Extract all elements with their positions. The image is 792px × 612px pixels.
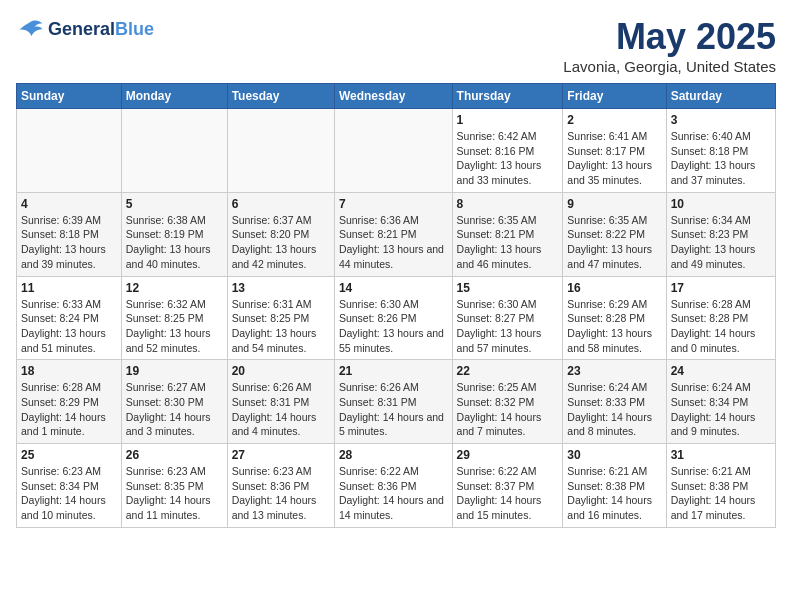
day-number: 6 <box>232 197 330 211</box>
header-row: SundayMondayTuesdayWednesdayThursdayFrid… <box>17 84 776 109</box>
week-row-4: 18Sunrise: 6:28 AM Sunset: 8:29 PM Dayli… <box>17 360 776 444</box>
calendar-cell <box>227 109 334 193</box>
calendar-cell: 29Sunrise: 6:22 AM Sunset: 8:37 PM Dayli… <box>452 444 563 528</box>
calendar-cell: 3Sunrise: 6:40 AM Sunset: 8:18 PM Daylig… <box>666 109 775 193</box>
calendar-cell: 6Sunrise: 6:37 AM Sunset: 8:20 PM Daylig… <box>227 192 334 276</box>
week-row-1: 1Sunrise: 6:42 AM Sunset: 8:16 PM Daylig… <box>17 109 776 193</box>
day-number: 28 <box>339 448 448 462</box>
header-day-monday: Monday <box>121 84 227 109</box>
day-number: 30 <box>567 448 661 462</box>
header-day-sunday: Sunday <box>17 84 122 109</box>
calendar-cell <box>121 109 227 193</box>
calendar-cell: 23Sunrise: 6:24 AM Sunset: 8:33 PM Dayli… <box>563 360 666 444</box>
day-info: Sunrise: 6:24 AM Sunset: 8:33 PM Dayligh… <box>567 380 661 439</box>
day-number: 2 <box>567 113 661 127</box>
calendar-cell: 18Sunrise: 6:28 AM Sunset: 8:29 PM Dayli… <box>17 360 122 444</box>
title-block: May 2025 Lavonia, Georgia, United States <box>563 16 776 75</box>
calendar-cell: 5Sunrise: 6:38 AM Sunset: 8:19 PM Daylig… <box>121 192 227 276</box>
calendar-cell: 17Sunrise: 6:28 AM Sunset: 8:28 PM Dayli… <box>666 276 775 360</box>
day-info: Sunrise: 6:21 AM Sunset: 8:38 PM Dayligh… <box>671 464 771 523</box>
day-info: Sunrise: 6:22 AM Sunset: 8:36 PM Dayligh… <box>339 464 448 523</box>
calendar-cell: 2Sunrise: 6:41 AM Sunset: 8:17 PM Daylig… <box>563 109 666 193</box>
day-info: Sunrise: 6:37 AM Sunset: 8:20 PM Dayligh… <box>232 213 330 272</box>
calendar-cell <box>17 109 122 193</box>
day-info: Sunrise: 6:32 AM Sunset: 8:25 PM Dayligh… <box>126 297 223 356</box>
day-info: Sunrise: 6:41 AM Sunset: 8:17 PM Dayligh… <box>567 129 661 188</box>
calendar-cell: 7Sunrise: 6:36 AM Sunset: 8:21 PM Daylig… <box>334 192 452 276</box>
day-info: Sunrise: 6:31 AM Sunset: 8:25 PM Dayligh… <box>232 297 330 356</box>
calendar-cell: 24Sunrise: 6:24 AM Sunset: 8:34 PM Dayli… <box>666 360 775 444</box>
day-number: 5 <box>126 197 223 211</box>
calendar-cell: 31Sunrise: 6:21 AM Sunset: 8:38 PM Dayli… <box>666 444 775 528</box>
calendar-table: SundayMondayTuesdayWednesdayThursdayFrid… <box>16 83 776 528</box>
calendar-cell: 9Sunrise: 6:35 AM Sunset: 8:22 PM Daylig… <box>563 192 666 276</box>
calendar-cell: 15Sunrise: 6:30 AM Sunset: 8:27 PM Dayli… <box>452 276 563 360</box>
day-info: Sunrise: 6:34 AM Sunset: 8:23 PM Dayligh… <box>671 213 771 272</box>
calendar-cell: 4Sunrise: 6:39 AM Sunset: 8:18 PM Daylig… <box>17 192 122 276</box>
logo-icon <box>16 16 44 44</box>
day-number: 4 <box>21 197 117 211</box>
calendar-cell: 13Sunrise: 6:31 AM Sunset: 8:25 PM Dayli… <box>227 276 334 360</box>
day-info: Sunrise: 6:35 AM Sunset: 8:21 PM Dayligh… <box>457 213 559 272</box>
calendar-cell: 30Sunrise: 6:21 AM Sunset: 8:38 PM Dayli… <box>563 444 666 528</box>
calendar-cell: 1Sunrise: 6:42 AM Sunset: 8:16 PM Daylig… <box>452 109 563 193</box>
calendar-cell: 11Sunrise: 6:33 AM Sunset: 8:24 PM Dayli… <box>17 276 122 360</box>
day-info: Sunrise: 6:23 AM Sunset: 8:36 PM Dayligh… <box>232 464 330 523</box>
day-info: Sunrise: 6:33 AM Sunset: 8:24 PM Dayligh… <box>21 297 117 356</box>
day-info: Sunrise: 6:26 AM Sunset: 8:31 PM Dayligh… <box>232 380 330 439</box>
calendar-cell: 22Sunrise: 6:25 AM Sunset: 8:32 PM Dayli… <box>452 360 563 444</box>
calendar-cell: 26Sunrise: 6:23 AM Sunset: 8:35 PM Dayli… <box>121 444 227 528</box>
day-info: Sunrise: 6:26 AM Sunset: 8:31 PM Dayligh… <box>339 380 448 439</box>
day-number: 22 <box>457 364 559 378</box>
calendar-cell: 14Sunrise: 6:30 AM Sunset: 8:26 PM Dayli… <box>334 276 452 360</box>
day-info: Sunrise: 6:36 AM Sunset: 8:21 PM Dayligh… <box>339 213 448 272</box>
day-info: Sunrise: 6:38 AM Sunset: 8:19 PM Dayligh… <box>126 213 223 272</box>
day-number: 7 <box>339 197 448 211</box>
header-day-saturday: Saturday <box>666 84 775 109</box>
day-number: 25 <box>21 448 117 462</box>
calendar-cell: 20Sunrise: 6:26 AM Sunset: 8:31 PM Dayli… <box>227 360 334 444</box>
day-info: Sunrise: 6:29 AM Sunset: 8:28 PM Dayligh… <box>567 297 661 356</box>
calendar-cell: 19Sunrise: 6:27 AM Sunset: 8:30 PM Dayli… <box>121 360 227 444</box>
day-info: Sunrise: 6:23 AM Sunset: 8:35 PM Dayligh… <box>126 464 223 523</box>
day-number: 8 <box>457 197 559 211</box>
calendar-cell: 16Sunrise: 6:29 AM Sunset: 8:28 PM Dayli… <box>563 276 666 360</box>
week-row-5: 25Sunrise: 6:23 AM Sunset: 8:34 PM Dayli… <box>17 444 776 528</box>
calendar-cell: 8Sunrise: 6:35 AM Sunset: 8:21 PM Daylig… <box>452 192 563 276</box>
day-number: 18 <box>21 364 117 378</box>
header-day-tuesday: Tuesday <box>227 84 334 109</box>
day-number: 24 <box>671 364 771 378</box>
day-number: 21 <box>339 364 448 378</box>
calendar-cell: 10Sunrise: 6:34 AM Sunset: 8:23 PM Dayli… <box>666 192 775 276</box>
day-number: 16 <box>567 281 661 295</box>
calendar-cell: 27Sunrise: 6:23 AM Sunset: 8:36 PM Dayli… <box>227 444 334 528</box>
main-title: May 2025 <box>563 16 776 58</box>
day-number: 10 <box>671 197 771 211</box>
header-day-wednesday: Wednesday <box>334 84 452 109</box>
day-info: Sunrise: 6:23 AM Sunset: 8:34 PM Dayligh… <box>21 464 117 523</box>
day-number: 3 <box>671 113 771 127</box>
header-day-friday: Friday <box>563 84 666 109</box>
day-number: 14 <box>339 281 448 295</box>
day-info: Sunrise: 6:21 AM Sunset: 8:38 PM Dayligh… <box>567 464 661 523</box>
day-number: 27 <box>232 448 330 462</box>
day-number: 12 <box>126 281 223 295</box>
calendar-cell: 21Sunrise: 6:26 AM Sunset: 8:31 PM Dayli… <box>334 360 452 444</box>
header-day-thursday: Thursday <box>452 84 563 109</box>
day-info: Sunrise: 6:28 AM Sunset: 8:29 PM Dayligh… <box>21 380 117 439</box>
logo-text: GeneralBlue <box>48 20 154 40</box>
day-number: 19 <box>126 364 223 378</box>
calendar-cell <box>334 109 452 193</box>
day-info: Sunrise: 6:40 AM Sunset: 8:18 PM Dayligh… <box>671 129 771 188</box>
day-info: Sunrise: 6:42 AM Sunset: 8:16 PM Dayligh… <box>457 129 559 188</box>
day-info: Sunrise: 6:30 AM Sunset: 8:26 PM Dayligh… <box>339 297 448 356</box>
day-info: Sunrise: 6:30 AM Sunset: 8:27 PM Dayligh… <box>457 297 559 356</box>
subtitle: Lavonia, Georgia, United States <box>563 58 776 75</box>
day-info: Sunrise: 6:27 AM Sunset: 8:30 PM Dayligh… <box>126 380 223 439</box>
day-number: 31 <box>671 448 771 462</box>
page-header: GeneralBlue May 2025 Lavonia, Georgia, U… <box>16 16 776 75</box>
day-number: 20 <box>232 364 330 378</box>
logo: GeneralBlue <box>16 16 154 44</box>
day-number: 29 <box>457 448 559 462</box>
day-info: Sunrise: 6:35 AM Sunset: 8:22 PM Dayligh… <box>567 213 661 272</box>
